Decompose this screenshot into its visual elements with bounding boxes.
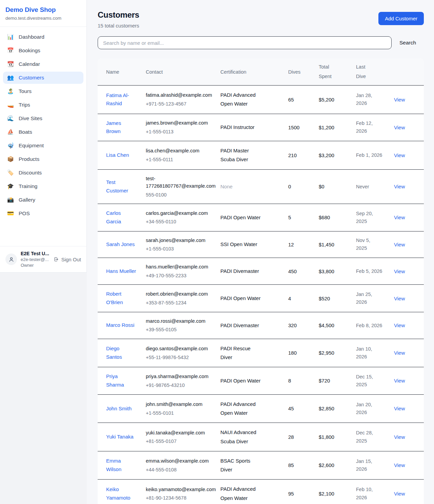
dives-value: 8 bbox=[288, 378, 291, 384]
customer-name-link[interactable]: Priya Sharma bbox=[106, 372, 137, 389]
table-row: Diego Santosdiego.santos@example.com+55-… bbox=[98, 339, 424, 367]
action-cell: View bbox=[390, 169, 424, 204]
customer-name-link[interactable]: Hans Mueller bbox=[106, 267, 136, 276]
view-link[interactable]: View bbox=[394, 152, 405, 158]
sign-out-button[interactable]: Sign Out bbox=[54, 257, 81, 262]
table-row: Test Customertest-1772681807767@example.… bbox=[98, 169, 424, 204]
view-link[interactable]: View bbox=[394, 97, 405, 102]
total-spent-value: $3,200 bbox=[319, 152, 334, 158]
sidebar-header: Demo Dive Shop demo.test.divestreams.com bbox=[0, 0, 86, 27]
view-link[interactable]: View bbox=[394, 184, 405, 189]
view-link[interactable]: View bbox=[394, 406, 405, 411]
search-button[interactable]: Search bbox=[392, 37, 424, 49]
view-link[interactable]: View bbox=[394, 296, 405, 301]
sidebar-item-tours[interactable]: 🏝️Tours bbox=[3, 85, 83, 97]
table-header: NameContactCertificationDivesTotal Spent… bbox=[98, 58, 424, 86]
total-spent-cell: $3,200 bbox=[315, 141, 352, 170]
sidebar-item-training[interactable]: 🎓Training bbox=[3, 180, 83, 192]
action-cell: View bbox=[390, 285, 424, 312]
total-spent-value: $1,200 bbox=[319, 125, 334, 130]
action-cell: View bbox=[390, 480, 424, 504]
view-link[interactable]: View bbox=[394, 125, 405, 130]
certification-value: PADI Master Scuba Diver bbox=[220, 146, 262, 164]
customer-name-link[interactable]: Diego Santos bbox=[106, 344, 137, 361]
view-link[interactable]: View bbox=[394, 434, 405, 440]
column-header: Certification bbox=[216, 58, 284, 86]
customer-name-link[interactable]: John Smith bbox=[106, 405, 132, 413]
contact-cell: keiko.yamamoto@example.com+81-90-1234-56… bbox=[142, 480, 216, 504]
diving-mask-icon: 🤿 bbox=[7, 143, 14, 148]
customer-name-link[interactable]: Sarah Jones bbox=[106, 240, 135, 249]
certification-cell: PADI Advanced Open Water bbox=[216, 480, 284, 504]
view-link[interactable]: View bbox=[394, 350, 405, 356]
customer-name-link[interactable]: Fatima Al-Rashid bbox=[106, 91, 137, 108]
customer-email: john.smith@example.com bbox=[146, 400, 212, 408]
contact-cell: yuki.tanaka@example.com+81-555-0107 bbox=[142, 423, 216, 451]
sidebar-item-boats[interactable]: ⛵Boats bbox=[3, 126, 83, 138]
customer-name-link[interactable]: Yuki Tanaka bbox=[106, 433, 134, 441]
sidebar-item-discounts[interactable]: 🏷️Discounts bbox=[3, 167, 83, 179]
customer-name-link[interactable]: Carlos Garcia bbox=[106, 209, 137, 226]
customer-name-cell: Keiko Yamamoto bbox=[98, 480, 142, 504]
sidebar-item-gallery[interactable]: 📸Gallery bbox=[3, 194, 83, 206]
contact-cell: carlos.garcia@example.com+34-555-0110 bbox=[142, 204, 216, 231]
customer-name-link[interactable]: Lisa Chen bbox=[106, 151, 129, 160]
dives-cell: 320 bbox=[284, 312, 315, 339]
last-dive-value: Jan 28, 2026 bbox=[356, 92, 382, 107]
last-dive-cell: Dec 15, 2025 bbox=[352, 367, 390, 395]
customer-phone: +971-55-123-4567 bbox=[146, 100, 212, 108]
certification-cell: PADI Advanced Open Water bbox=[216, 86, 284, 114]
action-cell: View bbox=[390, 339, 424, 367]
customer-phone: +81-555-0107 bbox=[146, 437, 212, 445]
logout-icon bbox=[54, 257, 59, 262]
add-customer-button[interactable]: Add Customer bbox=[378, 12, 424, 25]
customer-name-link[interactable]: Keiko Yamamoto bbox=[106, 485, 137, 502]
customer-name-cell: Carlos Garcia bbox=[98, 204, 142, 231]
search-input[interactable] bbox=[98, 36, 392, 49]
customer-name-link[interactable]: Emma Wilson bbox=[106, 457, 137, 474]
sidebar-item-label: Products bbox=[19, 156, 39, 162]
contact-cell: hans.mueller@example.com+49-170-555-2233 bbox=[142, 258, 216, 285]
column-header: Contact bbox=[142, 58, 216, 86]
total-spent-value: $680 bbox=[319, 214, 330, 220]
certification-value: None bbox=[220, 182, 233, 191]
certification-cell: PADI Master Scuba Diver bbox=[216, 141, 284, 170]
sidebar-item-equipment[interactable]: 🤿Equipment bbox=[3, 139, 83, 152]
last-dive-value: Dec 28, 2025 bbox=[356, 429, 382, 445]
customer-name-link[interactable]: Robert O'Brien bbox=[106, 290, 137, 307]
customer-name-link[interactable]: Test Customer bbox=[106, 178, 137, 195]
customer-name-cell: Yuki Tanaka bbox=[98, 423, 142, 451]
action-cell: View bbox=[390, 114, 424, 141]
sidebar-item-dashboard[interactable]: 📊Dashboard bbox=[3, 31, 83, 43]
last-dive-value: Dec 15, 2025 bbox=[356, 373, 382, 389]
last-dive-cell: Jan 15, 2026 bbox=[352, 451, 390, 480]
sidebar-item-calendar[interactable]: 📆Calendar bbox=[3, 58, 83, 70]
view-link[interactable]: View bbox=[394, 214, 405, 220]
customer-name-link[interactable]: Marco Rossi bbox=[106, 321, 134, 330]
shop-domain: demo.test.divestreams.com bbox=[5, 16, 81, 21]
sidebar-item-pos[interactable]: 💳POS bbox=[3, 207, 83, 220]
customer-name-cell: Marco Rossi bbox=[98, 312, 142, 339]
last-dive-cell: Nov 5, 2025 bbox=[352, 231, 390, 258]
sidebar-item-bookings[interactable]: 📅Bookings bbox=[3, 44, 83, 57]
view-link[interactable]: View bbox=[394, 378, 405, 384]
dives-cell: 1500 bbox=[284, 114, 315, 141]
view-link[interactable]: View bbox=[394, 491, 405, 497]
view-link[interactable]: View bbox=[394, 242, 405, 247]
customer-name-cell: Priya Sharma bbox=[98, 367, 142, 395]
view-link[interactable]: View bbox=[394, 322, 405, 328]
certification-value: PADI Open Water bbox=[220, 294, 260, 303]
sidebar-item-trips[interactable]: 🚤Trips bbox=[3, 99, 83, 111]
view-link[interactable]: View bbox=[394, 462, 405, 468]
sidebar-item-products[interactable]: 📦Products bbox=[3, 153, 83, 165]
sidebar-item-customers[interactable]: 👥Customers bbox=[3, 72, 83, 84]
action-cell: View bbox=[390, 451, 424, 480]
action-cell: View bbox=[390, 394, 424, 423]
view-link[interactable]: View bbox=[394, 268, 405, 274]
sidebar-item-dive-sites[interactable]: 🌊Dive Sites bbox=[3, 112, 83, 125]
customer-name-link[interactable]: James Brown bbox=[106, 119, 137, 136]
last-dive-value: Jan 20, 2026 bbox=[356, 401, 382, 416]
certification-cell: PADI Instructor bbox=[216, 114, 284, 141]
customer-phone: 555-0100 bbox=[146, 191, 212, 199]
dives-value: 4 bbox=[288, 296, 291, 301]
